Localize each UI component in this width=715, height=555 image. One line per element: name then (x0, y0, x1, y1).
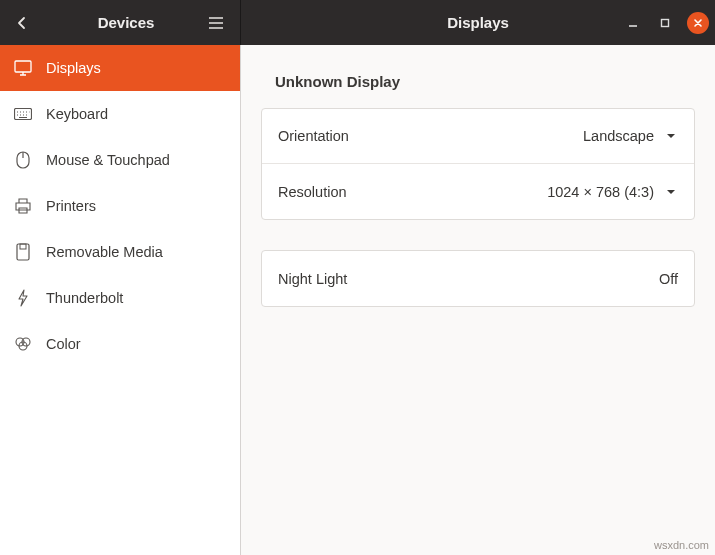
sidebar-item-label: Mouse & Touchpad (46, 152, 170, 168)
night-light-row[interactable]: Night Light Off (262, 251, 694, 306)
display-settings-list: Orientation Landscape Resolution 1024 × … (261, 108, 695, 220)
resolution-value: 1024 × 768 (4:3) (547, 184, 654, 200)
night-light-value: Off (659, 271, 678, 287)
window-controls (623, 12, 709, 34)
mouse-icon (14, 151, 32, 169)
chevron-left-icon (17, 16, 27, 30)
night-light-label: Night Light (278, 271, 347, 287)
back-button[interactable] (0, 0, 44, 45)
resolution-row[interactable]: Resolution 1024 × 768 (4:3) (262, 164, 694, 219)
caret-down-icon (664, 189, 678, 195)
printer-icon (14, 197, 32, 215)
minimize-icon (628, 18, 638, 28)
sidebar: Displays Keyboard Mouse & Touchpad Print… (0, 45, 241, 555)
caret-down-icon (664, 133, 678, 139)
display-icon (14, 59, 32, 77)
night-light-list: Night Light Off (261, 250, 695, 307)
main-content: Unknown Display Orientation Landscape Re… (241, 45, 715, 555)
watermark: wsxdn.com (654, 539, 709, 551)
sidebar-item-printers[interactable]: Printers (0, 183, 240, 229)
sidebar-item-label: Thunderbolt (46, 290, 123, 306)
resolution-label: Resolution (278, 184, 347, 200)
sidebar-item-thunderbolt[interactable]: Thunderbolt (0, 275, 240, 321)
section-title: Unknown Display (275, 73, 695, 90)
keyboard-icon (14, 105, 32, 123)
thunderbolt-icon (14, 289, 32, 307)
svg-rect-0 (662, 19, 669, 26)
maximize-icon (660, 18, 670, 28)
resolution-value-wrap: 1024 × 768 (4:3) (547, 184, 678, 200)
close-icon (693, 18, 703, 28)
svg-rect-1 (15, 61, 31, 72)
sidebar-item-label: Displays (46, 60, 101, 76)
sidebar-item-mouse-touchpad[interactable]: Mouse & Touchpad (0, 137, 240, 183)
header-right: Displays (241, 0, 715, 45)
orientation-value: Landscape (583, 128, 654, 144)
svg-rect-5 (20, 244, 26, 249)
hamburger-icon (209, 17, 223, 29)
maximize-button[interactable] (655, 13, 675, 33)
removable-media-icon (14, 243, 32, 261)
sidebar-item-color[interactable]: Color (0, 321, 240, 367)
close-button[interactable] (687, 12, 709, 34)
sidebar-item-label: Color (46, 336, 81, 352)
header-bar: Devices Displays (0, 0, 715, 45)
sidebar-item-label: Removable Media (46, 244, 163, 260)
orientation-row[interactable]: Orientation Landscape (262, 109, 694, 164)
hamburger-menu-button[interactable] (200, 7, 232, 39)
sidebar-item-label: Printers (46, 198, 96, 214)
minimize-button[interactable] (623, 13, 643, 33)
sidebar-item-displays[interactable]: Displays (0, 45, 240, 91)
color-icon (14, 335, 32, 353)
sidebar-item-label: Keyboard (46, 106, 108, 122)
orientation-label: Orientation (278, 128, 349, 144)
header-left: Devices (0, 0, 241, 45)
svg-rect-4 (17, 244, 29, 260)
orientation-value-wrap: Landscape (583, 128, 678, 144)
sidebar-item-removable-media[interactable]: Removable Media (0, 229, 240, 275)
sidebar-item-keyboard[interactable]: Keyboard (0, 91, 240, 137)
